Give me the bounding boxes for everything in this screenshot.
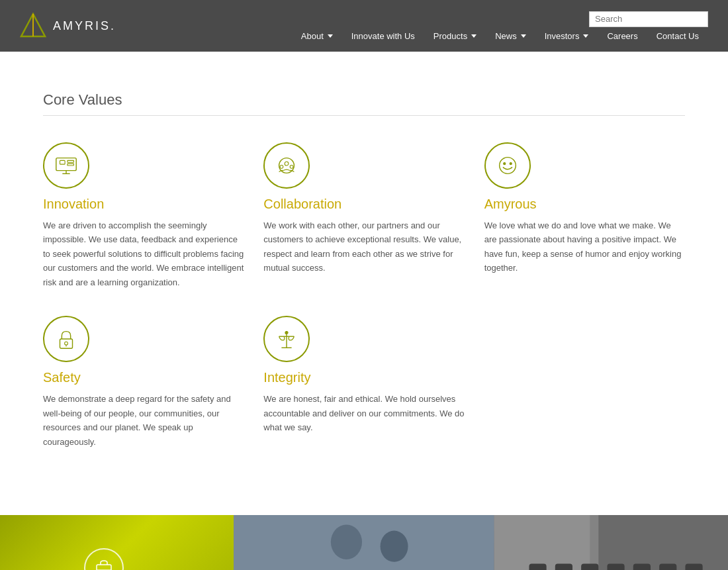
amyrous-title: Amyrous (484, 197, 537, 212)
value-collaboration: Collaboration We work with each other, o… (263, 142, 464, 289)
svg-point-14 (499, 158, 516, 174)
people-tile[interactable] (234, 515, 494, 570)
core-values-row1: Innovation We are driven to accomplish t… (43, 142, 685, 289)
smiley-icon (495, 153, 520, 178)
people-circle-icon (274, 153, 299, 178)
amyrous-icon-wrap (484, 142, 531, 189)
svg-rect-41 (494, 515, 728, 570)
safety-icon-wrap (43, 316, 89, 362)
nav-products[interactable]: Products (424, 31, 486, 41)
svg-point-13 (291, 166, 294, 169)
nav-investors[interactable]: Investors (535, 31, 598, 41)
nav-about[interactable]: About (292, 31, 342, 41)
chevron-down-icon (328, 34, 333, 38)
main-nav: About Innovate with Us Products News Inv… (292, 31, 708, 41)
safety-desc: We demonstrate a deep regard for the saf… (43, 392, 244, 449)
svg-point-15 (503, 163, 505, 165)
svg-rect-29 (234, 515, 494, 570)
lock-icon (54, 326, 79, 352)
collaboration-desc: We work with each other, our partners an… (263, 218, 464, 275)
value-amyrous: Amyrous We love what we do and love what… (484, 142, 685, 289)
chevron-down-icon (521, 34, 526, 38)
value-safety: Safety We demonstrate a deep regard for … (43, 316, 244, 449)
core-values-row2: Safety We demonstrate a deep regard for … (43, 316, 685, 449)
integrity-title: Integrity (263, 370, 310, 385)
value-integrity: Integrity We are honest, fair and ethica… (263, 316, 464, 449)
nav-news[interactable]: News (486, 31, 535, 41)
svg-point-12 (280, 166, 283, 169)
svg-rect-7 (68, 164, 74, 166)
briefcase-icon (94, 558, 114, 570)
section-title: Core Values (43, 91, 685, 109)
people-silhouette-illustration (234, 515, 494, 570)
innovation-title: Innovation (43, 197, 104, 212)
careers-tile[interactable] (0, 515, 234, 570)
main-content: Core Values Innovation We are driven to … (17, 52, 711, 515)
innovation-desc: We are driven to accomplish the seemingl… (43, 218, 244, 289)
safety-title: Safety (43, 370, 81, 385)
svg-rect-24 (97, 565, 111, 570)
bottom-images (0, 515, 728, 570)
boardroom-illustration (494, 515, 728, 570)
integrity-desc: We are honest, fair and ethical. We hold… (263, 392, 464, 434)
collaboration-title: Collaboration (263, 197, 341, 212)
logo-area[interactable]: AMYRIS. (20, 13, 116, 39)
search-bar[interactable] (589, 11, 708, 27)
logo-text: AMYRIS. (53, 19, 116, 33)
svg-rect-4 (56, 158, 76, 171)
svg-rect-17 (60, 339, 73, 348)
search-input[interactable] (595, 14, 706, 24)
section-divider (43, 115, 685, 116)
amyrous-desc: We love what we do and love what we make… (484, 218, 685, 275)
value-innovation: Innovation We are driven to accomplish t… (43, 142, 244, 289)
header-right: About Innovate with Us Products News Inv… (292, 11, 708, 41)
boardroom-tile[interactable] (494, 515, 728, 570)
svg-rect-5 (60, 160, 66, 164)
svg-point-11 (285, 162, 289, 166)
nav-careers[interactable]: Careers (598, 31, 647, 41)
screen-icon (54, 153, 79, 178)
site-header: AMYRIS. About Innovate with Us Products (0, 0, 728, 52)
svg-point-23 (285, 332, 288, 334)
scales-icon (274, 326, 299, 352)
collaboration-icon-wrap (263, 142, 310, 189)
briefcase-icon-wrap (84, 548, 124, 570)
svg-point-18 (65, 342, 68, 345)
svg-rect-6 (68, 160, 74, 162)
logo-icon (20, 13, 46, 39)
nav-contact[interactable]: Contact Us (647, 31, 708, 41)
chevron-down-icon (583, 34, 588, 38)
chevron-down-icon (471, 34, 477, 38)
empty-col (484, 316, 685, 449)
svg-point-16 (510, 163, 512, 165)
innovation-icon-wrap (43, 142, 89, 189)
nav-innovate[interactable]: Innovate with Us (342, 31, 424, 41)
integrity-icon-wrap (263, 316, 310, 362)
